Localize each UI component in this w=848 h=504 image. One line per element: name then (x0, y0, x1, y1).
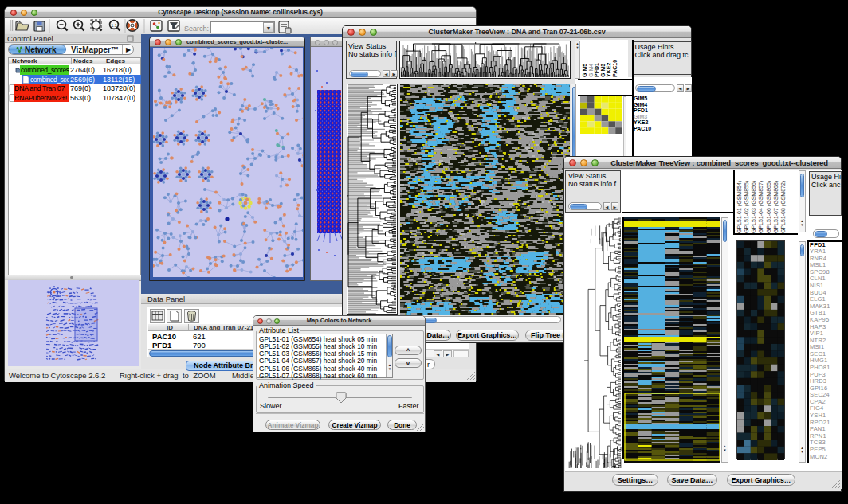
svg-text:1:1: 1:1 (111, 23, 117, 28)
